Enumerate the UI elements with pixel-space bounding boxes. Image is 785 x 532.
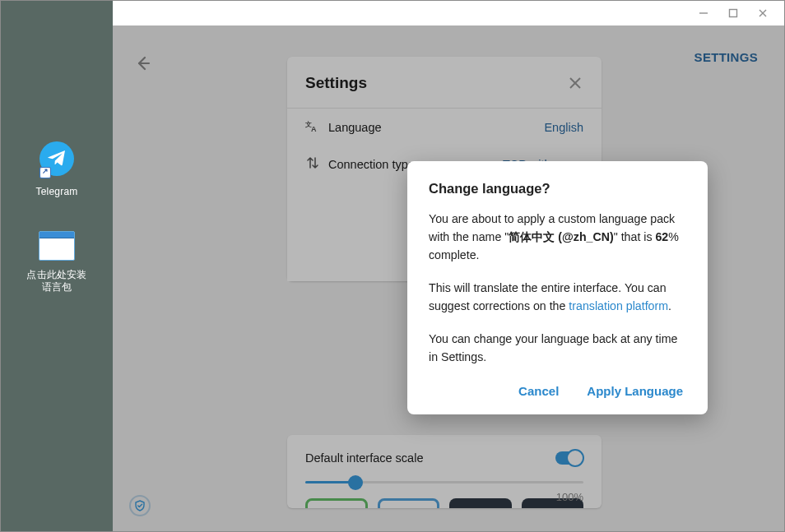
modal-body-2: This will translate the entire interface…	[429, 279, 686, 315]
shortcut-badge-icon	[39, 167, 51, 178]
change-language-modal: Change language? You are about to apply …	[407, 161, 708, 414]
desktop-icon-label: Telegram	[16, 186, 98, 198]
modal-title: Change language?	[429, 181, 686, 197]
cancel-button[interactable]: Cancel	[518, 384, 559, 398]
window-icon	[39, 231, 75, 261]
desktop-area: Telegram 点击此处安装 语言包	[1, 1, 113, 531]
minimize-button[interactable]	[689, 3, 718, 23]
modal-body-3: You can change your language back at any…	[429, 330, 686, 366]
svg-rect-1	[730, 10, 737, 17]
desktop-icon-telegram[interactable]: Telegram	[16, 139, 98, 198]
desktop-icon-language-pack[interactable]: 点击此处安装 语言包	[16, 226, 98, 294]
apply-language-button[interactable]: Apply Language	[587, 384, 683, 398]
titlebar	[113, 1, 784, 25]
modal-body-1: You are about to apply a custom language…	[429, 210, 686, 264]
close-button[interactable]	[748, 3, 778, 23]
translation-platform-link[interactable]: translation platform	[569, 299, 668, 312]
desktop-icon-label: 点击此处安装 语言包	[16, 269, 98, 294]
maximize-button[interactable]	[718, 3, 748, 23]
telegram-window: SETTINGS Settings 文A Language English	[113, 1, 784, 531]
